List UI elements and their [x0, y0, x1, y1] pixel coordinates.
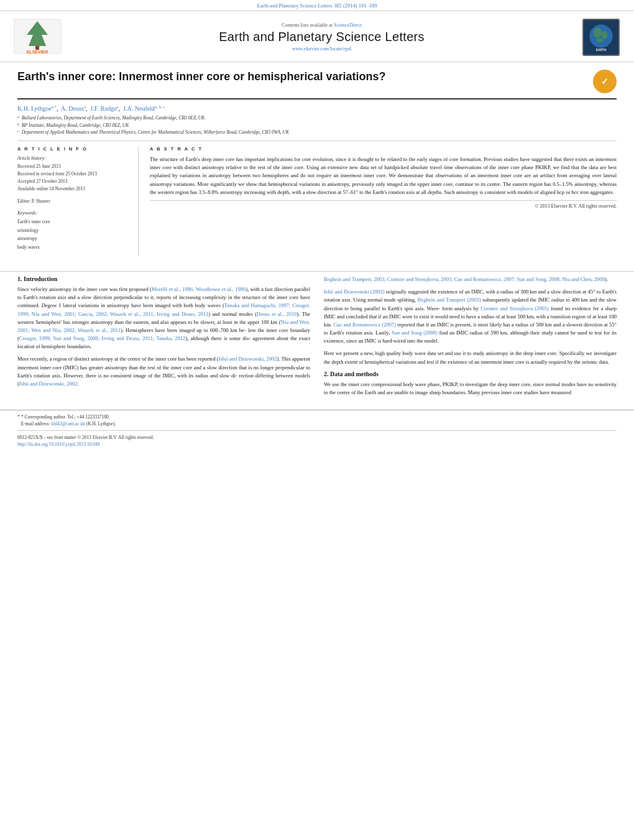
page-footer: * * Corresponding author. Tel.: +44 1223… — [0, 410, 634, 452]
ref-beghein2[interactable]: Beghein and Trampert (2003) — [418, 297, 481, 303]
author-2: A. Deuss — [61, 105, 84, 112]
article-info-abstract: A R T I C L E I N F O Article history: R… — [17, 141, 617, 256]
affiliation-1: a Bullard Laboratories, Department of Ea… — [17, 114, 617, 121]
body-right-column: Beghein and Trampert, 2003; Cormier and … — [324, 275, 617, 401]
footer-divider — [17, 430, 617, 431]
sciencedirect-link[interactable]: ScienceDirect — [334, 22, 362, 28]
body-two-col: 1. Introduction Since velocity anisotrop… — [17, 275, 617, 401]
affiliation-3: c Department of Applied Mathematics and … — [17, 129, 617, 136]
section2-para: We use the inner core compressional body… — [324, 381, 617, 397]
body-content: 1. Introduction Since velocity anisotrop… — [0, 275, 634, 410]
available-date: Available online 14 November 2013 — [17, 185, 131, 193]
article-info-column: A R T I C L E I N F O Article history: R… — [17, 146, 139, 256]
contents-availability: Contents lists available at ScienceDirec… — [71, 22, 572, 28]
email-label: E-mail address: — [21, 421, 50, 427]
svg-point-6 — [594, 27, 602, 38]
earth-logo-image: EARTH — [582, 19, 620, 56]
earth-logo-container: EARTH — [579, 19, 623, 56]
right-para-3: Here we present a new, high quality body… — [324, 349, 617, 366]
copyright-line: © 2013 Elsevier B.V. All rights reserved… — [150, 200, 617, 209]
email-link[interactable]: khl43@cam.ac.uk — [51, 421, 85, 427]
svg-point-7 — [602, 30, 607, 39]
article-history: Article history: Received 25 June 2013 R… — [17, 155, 131, 193]
journal-url[interactable]: www.elsevier.com/locate/epsl — [71, 46, 572, 52]
abstract-heading: A B S T R A C T — [150, 146, 617, 152]
right-para-1: Beghein and Trampert, 2003; Cormier and … — [324, 275, 617, 284]
ref-morelli[interactable]: Morelli et al., 1986; Woodhouse et al., … — [152, 286, 246, 292]
keyword-1: Earth's inner core — [17, 218, 131, 226]
svg-point-5 — [589, 24, 612, 47]
crossmark-badge[interactable]: ✓ — [593, 70, 617, 93]
ref-cormier[interactable]: Cormier and Stroujkova (2005) — [480, 305, 549, 312]
received-date: Received 25 June 2013 — [17, 163, 131, 170]
section-1-title: 1. Introduction — [17, 275, 310, 282]
svg-point-8 — [597, 37, 604, 42]
elsevier-logo: ELSEVIER — [11, 16, 64, 58]
doi-link[interactable]: http://dx.doi.org/10.1016/j.epsl.2013.10… — [17, 441, 100, 447]
author-4: J.A. Neufeld — [123, 105, 155, 112]
ref-creager[interactable]: Creager, 1999; Sun and Song, 2008; Irvin… — [19, 335, 186, 341]
email-note: E-mail address: khl43@cam.ac.uk (K.H. Ly… — [17, 421, 617, 427]
corresponding-text: * Corresponding author. Tel.: +44 122333… — [21, 414, 110, 420]
article-info-heading: A R T I C L E I N F O — [17, 146, 131, 152]
abstract-column: A B S T R A C T The structure of Earth's… — [150, 146, 617, 256]
received-revised-date: Received in revised form 25 October 2013 — [17, 170, 131, 178]
issn-line: 0012-821X/$ – see front matter © 2013 El… — [17, 435, 617, 440]
ref-ishii2[interactable]: Ishii and Dziewonski, 2002; — [19, 381, 79, 387]
svg-text:ELSEVIER: ELSEVIER — [27, 50, 48, 54]
keywords-label: Keywords: — [17, 210, 131, 216]
abstract-text: The structure of Earth's deep inner core… — [150, 155, 617, 196]
keyword-2: seismology — [17, 226, 131, 235]
history-label: Article history: — [17, 155, 131, 161]
right-para-2: Ishii and Dziewonski (2002) originally s… — [324, 288, 617, 345]
footnote-star: * — [17, 414, 20, 420]
affiliation-2: b BP Institute, Madingley Road, Cambridg… — [17, 122, 617, 129]
corresponding-author-note: * * Corresponding author. Tel.: +44 1223… — [17, 414, 617, 420]
journal-citation-text: Earth and Planetary Science Letters 385 … — [257, 2, 377, 9]
editor: Editor: P. Shearer — [17, 198, 131, 205]
ref-niu-wen[interactable]: Niu and Wen, 2001; Wen and Niu, 2002; Wa… — [17, 319, 310, 333]
keyword-3: anisotropy — [17, 234, 131, 243]
svg-text:EARTH: EARTH — [596, 48, 607, 52]
body-left-column: 1. Introduction Since velocity anisotrop… — [17, 275, 310, 401]
keywords-group: Keywords: Earth's inner core seismology … — [17, 210, 131, 251]
svg-text:✓: ✓ — [601, 76, 609, 86]
ref-beghein[interactable]: Beghein and Trampert, 2003; Cormier and … — [324, 276, 605, 282]
accepted-date: Accepted 27 October 2013 — [17, 178, 131, 185]
section-2-title: 2. Data and methods — [324, 371, 617, 377]
author-1: K.H. Lythgoe — [17, 105, 52, 112]
affiliations: a Bullard Laboratories, Department of Ea… — [17, 114, 617, 136]
section-divider — [0, 271, 634, 272]
doi-line: http://dx.doi.org/10.1016/j.epsl.2013.10… — [17, 441, 617, 447]
article-title: Earth's inner core: Innermost inner core… — [17, 70, 586, 84]
authors-line: K.H. Lythgoea,*, A. Deussa, J.F. Rudgea,… — [17, 104, 617, 112]
intro-para-2: More recently, a region of distinct anis… — [17, 355, 310, 388]
page-wrapper: Earth and Planetary Science Letters 385 … — [0, 0, 634, 452]
journal-header: ELSEVIER Contents lists available at Sci… — [0, 11, 634, 62]
article-title-section: Earth's inner core: Innermost inner core… — [17, 70, 617, 99]
email-author-name: (K.H. Lythgoe). — [86, 421, 116, 427]
intro-para-1: Since velocity anisotropy in the inner c… — [17, 285, 310, 351]
ref-cao[interactable]: Cao and Romanowicz (2007) — [333, 321, 396, 328]
ref-sun[interactable]: Sun and Song (2008) — [392, 330, 438, 336]
journal-citation-bar: Earth and Planetary Science Letters 385 … — [0, 0, 634, 11]
journal-title: Earth and Planetary Science Letters — [71, 30, 572, 44]
keyword-4: body waves — [17, 243, 131, 252]
ref-ishii-3[interactable]: Ishii and Dziewonski (2002) — [324, 288, 385, 295]
ref-ishii[interactable]: Ishii and Dziewonski, 2002 — [219, 356, 277, 362]
keywords-list: Earth's inner core seismology anisotropy… — [17, 218, 131, 251]
main-content: Earth's inner core: Innermost inner core… — [0, 62, 634, 267]
author-3: J.F. Rudge — [90, 105, 116, 112]
ref-deuss[interactable]: Deuss et al., 2010 — [257, 311, 297, 317]
header-center: Contents lists available at ScienceDirec… — [71, 22, 572, 52]
